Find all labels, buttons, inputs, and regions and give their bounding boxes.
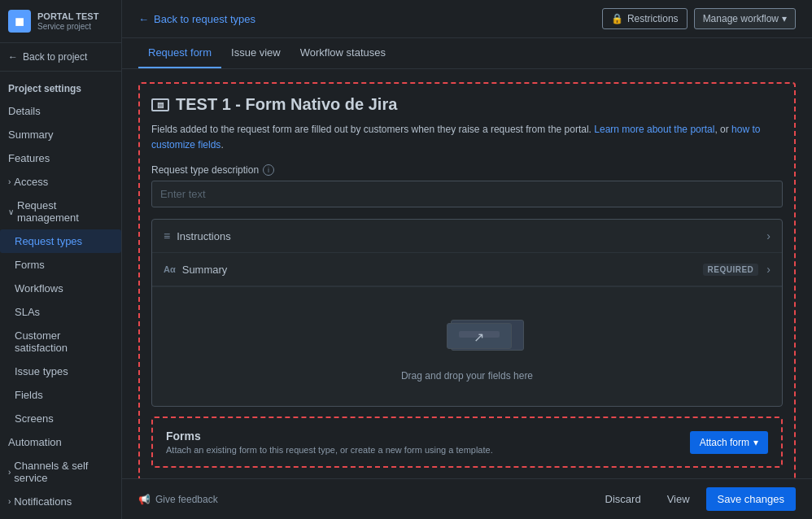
tab-request-form-label: Request form — [148, 46, 212, 59]
sidebar-item-language-support[interactable]: Language support — [0, 513, 121, 519]
manage-workflow-button[interactable]: Manage workflow ▾ — [694, 8, 796, 29]
drag-cursor-icon: ↗ — [474, 329, 484, 345]
forms-section-desc: Attach an existing form to this request … — [166, 445, 493, 455]
desc-field-label: Request type description i — [151, 164, 783, 176]
instructions-icon: ≡ — [164, 229, 170, 242]
sidebar-item-customer-satisfaction-label: Customer satisfaction — [15, 329, 113, 354]
sidebar-item-forms-label: Forms — [15, 259, 45, 271]
tab-issue-view[interactable]: Issue view — [221, 38, 290, 68]
chevron-right-notifications-icon: › — [8, 497, 11, 506]
form-title-icon: ▤ — [151, 98, 169, 111]
summary-chevron-icon: › — [766, 263, 771, 276]
discard-button[interactable]: Discard — [596, 488, 651, 510]
back-icon: ← — [8, 51, 18, 63]
tab-workflow-statuses[interactable]: Workflow statuses — [290, 38, 395, 68]
instructions-chevron-icon: › — [766, 229, 771, 242]
bottombar-actions: Discard View Save changes — [596, 487, 796, 511]
save-label: Save changes — [718, 493, 784, 505]
sidebar-item-workflows[interactable]: Workflows — [0, 277, 121, 300]
sidebar-item-channels[interactable]: › Channels & self service — [0, 454, 121, 490]
sidebar-item-features[interactable]: Features — [0, 146, 121, 170]
sidebar-item-issue-types[interactable]: Issue types — [0, 360, 121, 383]
learn-more-link[interactable]: Learn more about the portal — [594, 124, 714, 135]
sidebar-logo-sub: Service project — [37, 22, 98, 31]
tab-issue-view-label: Issue view — [231, 46, 281, 59]
fields-panel: ≡ Instructions › Aα Summary REQUIRED › — [151, 219, 783, 407]
sidebar-item-workflows-label: Workflows — [15, 282, 63, 294]
instructions-label: Instructions — [177, 230, 766, 242]
view-label: View — [667, 493, 690, 505]
sidebar-item-request-management-label: Request management — [17, 199, 113, 224]
sidebar-item-request-types[interactable]: Request types — [0, 229, 121, 253]
sidebar-item-access[interactable]: › Access — [0, 170, 121, 194]
sidebar-item-notifications-label: Notifications — [14, 495, 72, 508]
chevron-right-icon: › — [8, 177, 11, 186]
drag-drop-area: ↗ Drag and drop your fields here — [152, 286, 782, 406]
sidebar-item-details-label: Details — [8, 105, 41, 117]
content-area: ▤ TEST 1 - Form Nativo de Jira Fields ad… — [122, 69, 812, 478]
lock-icon: 🔒 — [611, 13, 623, 24]
sidebar-item-access-label: Access — [14, 176, 48, 188]
sidebar-logo: ◼ PORTAL TEST Service project — [0, 0, 121, 43]
feedback-label: Give feedback — [155, 494, 218, 505]
sidebar-item-request-management[interactable]: ∨ Request management — [0, 194, 121, 229]
info-icon[interactable]: i — [263, 164, 274, 176]
sidebar-item-request-types-label: Request types — [15, 235, 82, 247]
desc-text-content: Fields added to the request form are fil… — [151, 124, 592, 135]
form-description: Fields added to the request form are fil… — [151, 122, 783, 153]
give-feedback-button[interactable]: 📢 Give feedback — [138, 494, 218, 505]
required-badge: REQUIRED — [703, 264, 759, 276]
portal-logo-icon: ◼ — [8, 10, 31, 33]
sidebar-item-fields[interactable]: Fields — [0, 383, 121, 407]
sidebar-item-customer-satisfaction[interactable]: Customer satisfaction — [0, 324, 121, 360]
sidebar-item-summary-label: Summary — [8, 129, 54, 141]
back-to-project-button[interactable]: ← Back to project — [0, 43, 121, 72]
restrictions-label: Restrictions — [627, 13, 679, 24]
main-content: ← Back to request types 🔒 Restrictions M… — [122, 0, 812, 519]
sidebar-item-summary[interactable]: Summary — [0, 123, 121, 146]
sidebar-item-details[interactable]: Details — [0, 99, 121, 123]
manage-workflow-label: Manage workflow — [703, 13, 779, 24]
back-to-request-types-label: Back to request types — [154, 13, 255, 25]
desc-label-text: Request type description — [151, 164, 259, 176]
outer-dashed-region: ▤ TEST 1 - Form Nativo de Jira Fields ad… — [138, 82, 796, 478]
tab-workflow-statuses-label: Workflow statuses — [300, 46, 386, 59]
sidebar-item-slas-label: SLAs — [15, 306, 40, 318]
summary-type-icon: Aα — [164, 264, 176, 274]
sidebar-item-slas[interactable]: SLAs — [0, 300, 121, 324]
attach-form-button[interactable]: Attach form ▾ — [690, 431, 768, 454]
save-changes-button[interactable]: Save changes — [706, 487, 796, 511]
chevron-down-workflow-icon: ▾ — [782, 13, 787, 24]
feedback-icon: 📢 — [138, 494, 151, 505]
forms-section-title: Forms — [166, 430, 493, 443]
instructions-field-row[interactable]: ≡ Instructions › — [152, 220, 782, 253]
forms-section: Forms Attach an existing form to this re… — [151, 417, 783, 468]
sidebar: ◼ PORTAL TEST Service project ← Back to … — [0, 0, 122, 519]
topbar: ← Back to request types 🔒 Restrictions M… — [122, 0, 812, 38]
form-title-text: TEST 1 - Form Nativo de Jira — [176, 95, 397, 114]
topbar-actions: 🔒 Restrictions Manage workflow ▾ — [602, 8, 796, 29]
request-type-description-input[interactable] — [151, 181, 783, 207]
back-label: Back to project — [23, 51, 87, 63]
back-arrow-icon: ← — [138, 13, 149, 25]
summary-label: Summary — [182, 264, 703, 276]
restrictions-button[interactable]: 🔒 Restrictions — [602, 8, 688, 29]
attach-form-label: Attach form — [700, 437, 749, 448]
form-title-row: ▤ TEST 1 - Form Nativo de Jira — [151, 95, 783, 114]
sidebar-item-automation[interactable]: Automation — [0, 430, 121, 454]
sidebar-item-notifications[interactable]: › Notifications — [0, 490, 121, 513]
tab-request-form[interactable]: Request form — [138, 38, 221, 68]
attach-form-chevron-icon: ▾ — [753, 437, 758, 448]
back-to-request-types-button[interactable]: ← Back to request types — [138, 13, 255, 25]
sidebar-item-automation-label: Automation — [8, 436, 62, 448]
sidebar-item-channels-label: Channels & self service — [14, 460, 113, 484]
sidebar-logo-text: PORTAL TEST Service project — [37, 11, 98, 31]
tab-bar: Request form Issue view Workflow statuse… — [122, 38, 812, 69]
view-button[interactable]: View — [657, 488, 700, 510]
drag-drop-visual: ↗ — [402, 312, 532, 360]
sidebar-item-screens[interactable]: Screens — [0, 407, 121, 430]
sidebar-item-screens-label: Screens — [15, 412, 54, 425]
sidebar-item-forms[interactable]: Forms — [0, 253, 121, 277]
summary-field-row[interactable]: Aα Summary REQUIRED › — [152, 253, 782, 286]
chevron-right-channels-icon: › — [8, 468, 11, 477]
